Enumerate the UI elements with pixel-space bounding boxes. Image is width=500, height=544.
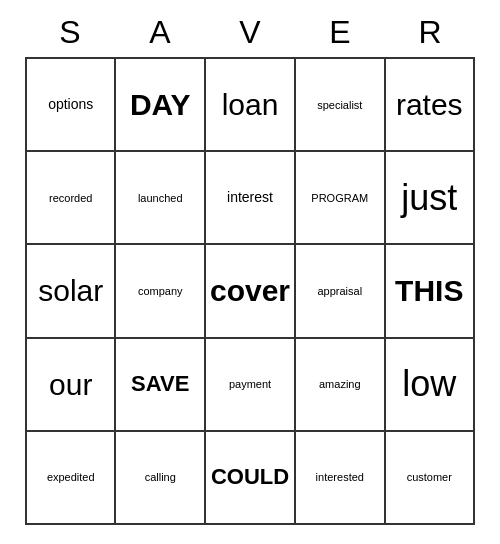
bingo-cell-r2-c0: solar (26, 244, 115, 337)
bingo-cell-r0-c1: DAY (115, 58, 204, 151)
bingo-cell-r4-c3: interested (295, 431, 384, 524)
bingo-grid: optionsDAYloanspecialistratesrecordedlau… (25, 57, 475, 525)
bingo-cell-r2-c1: company (115, 244, 204, 337)
bingo-cell-r1-c2: interest (205, 151, 295, 244)
bingo-cell-r0-c3: specialist (295, 58, 384, 151)
bingo-cell-r1-c4: just (385, 151, 474, 244)
bingo-cell-r4-c2: COULD (205, 431, 295, 524)
bingo-cell-r0-c0: options (26, 58, 115, 151)
header-letter-e: E (295, 10, 385, 55)
bingo-cell-r1-c1: launched (115, 151, 204, 244)
header-letter-v: V (205, 10, 295, 55)
header-row: SAVER (25, 10, 475, 55)
header-letter-s: S (25, 10, 115, 55)
bingo-cell-r3-c0: our (26, 338, 115, 431)
bingo-cell-r2-c4: THIS (385, 244, 474, 337)
bingo-cell-r1-c0: recorded (26, 151, 115, 244)
bingo-cell-r2-c3: appraisal (295, 244, 384, 337)
bingo-cell-r0-c4: rates (385, 58, 474, 151)
bingo-cell-r3-c3: amazing (295, 338, 384, 431)
bingo-cell-r3-c2: payment (205, 338, 295, 431)
bingo-cell-r4-c4: customer (385, 431, 474, 524)
header-letter-r: R (385, 10, 475, 55)
bingo-cell-r3-c1: SAVE (115, 338, 204, 431)
bingo-cell-r1-c3: PROGRAM (295, 151, 384, 244)
bingo-cell-r3-c4: low (385, 338, 474, 431)
bingo-cell-r2-c2: cover (205, 244, 295, 337)
bingo-cell-r4-c1: calling (115, 431, 204, 524)
bingo-cell-r4-c0: expedited (26, 431, 115, 524)
header-letter-a: A (115, 10, 205, 55)
bingo-cell-r0-c2: loan (205, 58, 295, 151)
